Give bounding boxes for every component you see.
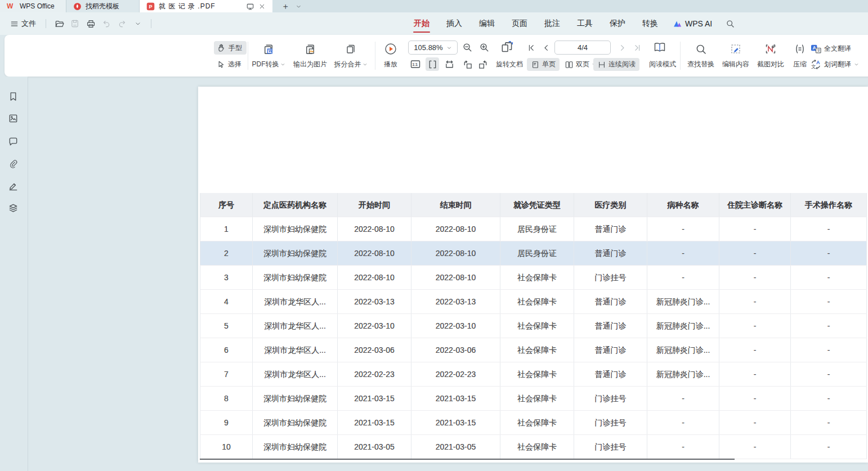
full-translate-button[interactable]: A 文 全文翻译 <box>811 42 851 55</box>
prev-page-button[interactable] <box>539 41 553 55</box>
file-menu-button[interactable]: 文件 <box>7 17 39 30</box>
two-page-icon <box>565 60 574 69</box>
svg-text:文: 文 <box>811 64 816 69</box>
find-replace-label: 查找替换 <box>687 60 714 69</box>
tab-bar: W WPS Office 找稻壳模板 P 就 医 记 录 .PDF <box>0 0 868 12</box>
tab-wps-home[interactable]: W WPS Office <box>0 0 66 12</box>
menu-item-4[interactable]: 页面 <box>511 16 529 31</box>
compress-button[interactable]: 压缩 <box>787 40 813 71</box>
find-replace-button[interactable]: 查找替换 <box>682 40 719 71</box>
menu-item-1[interactable]: 开始 <box>413 16 431 31</box>
table-cell: 2022-03-10 <box>411 314 500 338</box>
menu-item-8[interactable]: 转换 <box>641 16 659 31</box>
rotate-doc-button[interactable]: 旋转文档 <box>492 58 527 71</box>
table-row: 10深圳市妇幼保健院2021-03-052021-03-05社会保障卡门诊挂号-… <box>200 435 867 459</box>
pdf-convert-label: PDF转换 <box>252 60 279 69</box>
table-header-cell: 结束时间 <box>411 193 500 217</box>
menu-item-2[interactable]: 插入 <box>445 16 463 31</box>
table-cell: - <box>791 338 867 362</box>
split-merge-icon <box>344 43 357 55</box>
signature-pen-icon <box>8 181 19 191</box>
open-file-button[interactable] <box>52 17 66 30</box>
zoom-out-button[interactable] <box>460 41 474 54</box>
tab-document-pdf[interactable]: P 就 医 记 录 .PDF <box>140 0 272 12</box>
fit-page-button[interactable] <box>426 57 439 71</box>
word-translate-button[interactable]: 文 A 划词翻译 <box>811 57 859 71</box>
continuous-read-button[interactable]: 连续阅读 <box>593 58 639 71</box>
single-page-button[interactable]: 单页 <box>527 58 560 71</box>
edit-content-button[interactable]: 编辑内容 <box>717 40 754 71</box>
fit-width-button[interactable] <box>442 57 456 71</box>
hand-tool-button[interactable]: 手型 <box>214 41 247 55</box>
toolbar-panel: 手型 选择 W PDF转换 <box>5 35 868 77</box>
split-merge-button[interactable]: 拆分合并 <box>331 40 370 71</box>
screenshot-compare-icon <box>764 43 777 55</box>
pdf-convert-button[interactable]: W PDF转换 <box>248 40 289 71</box>
table-cell: 深圳市妇幼保健院 <box>253 387 338 410</box>
comments-panel-button[interactable] <box>7 135 19 147</box>
attachments-panel-button[interactable] <box>7 157 19 169</box>
tab-docer-templates[interactable]: 找稻壳模板 <box>66 0 140 12</box>
table-cell: 2022-02-23 <box>338 362 411 386</box>
table-body: 1深圳市妇幼保健院2022-08-102022-08-10居民身份证普通门诊--… <box>200 217 867 459</box>
menu-item-7[interactable]: 保护 <box>609 16 627 31</box>
undo-button[interactable] <box>100 17 113 30</box>
play-button[interactable]: 播放 <box>376 40 405 71</box>
separator <box>46 19 46 28</box>
rotate-right-button[interactable] <box>476 57 490 71</box>
tab-list-chevron-icon[interactable] <box>293 0 304 12</box>
select-tool-button[interactable]: 选择 <box>214 57 246 71</box>
print-button[interactable] <box>84 17 97 30</box>
thumbnails-panel-button[interactable] <box>7 112 19 124</box>
close-tab-icon[interactable] <box>258 3 266 10</box>
table-cell: 社会保障卡 <box>500 290 574 313</box>
swap-pages-button[interactable] <box>499 39 516 55</box>
quickbar-chevron-icon[interactable] <box>131 17 145 30</box>
table-header-cell: 序号 <box>200 193 253 217</box>
next-page-button[interactable] <box>616 41 629 55</box>
bookmark-icon <box>8 91 19 102</box>
printer-icon <box>86 19 96 29</box>
signature-panel-button[interactable] <box>7 180 19 192</box>
export-image-button[interactable]: 输出为图片 <box>289 40 331 71</box>
menu-search-icon[interactable] <box>726 19 735 29</box>
table-cell: - <box>719 217 791 241</box>
menu-item-5[interactable]: 批注 <box>543 16 561 31</box>
table-row: 3深圳市妇幼保健院2022-08-102022-08-10社会保障卡门诊挂号--… <box>200 266 867 290</box>
present-monitor-icon[interactable] <box>246 2 254 11</box>
single-page-icon <box>531 60 540 69</box>
pdf-page[interactable]: 序号定点医药机构名称开始时间结束时间就诊凭证类型医疗类别病种名称住院主诊断名称手… <box>198 87 868 463</box>
page-number-input[interactable]: 4/4 <box>554 41 611 55</box>
actual-size-button[interactable]: 1:1 <box>409 57 422 71</box>
last-page-button[interactable] <box>630 41 644 55</box>
rotate-left-icon <box>462 59 473 70</box>
table-cell: - <box>719 241 791 265</box>
table-cell: - <box>647 266 719 289</box>
first-page-button[interactable] <box>525 41 538 55</box>
read-mode-button[interactable]: 阅读模式 <box>645 58 680 71</box>
bookmarks-panel-button[interactable] <box>7 90 19 102</box>
redo-button[interactable] <box>115 17 129 30</box>
table-row: 7深圳市龙华区人...2022-02-232022-02-23社会保障卡普通门诊… <box>200 362 867 387</box>
zoom-level-select[interactable]: 105.88% <box>408 41 458 55</box>
rotate-left-button[interactable] <box>460 57 474 71</box>
read-mode-button-icon[interactable] <box>652 39 668 55</box>
wps-ai-label: WPS AI <box>685 19 712 28</box>
table-cell: 深圳市龙华区人... <box>253 314 338 338</box>
menu-item-3[interactable]: 编辑 <box>478 16 496 31</box>
edit-content-icon <box>730 43 742 55</box>
screenshot-compare-button[interactable]: 截图对比 <box>752 40 789 71</box>
next-page-icon <box>618 43 627 52</box>
table-cell: 普通门诊 <box>574 338 647 362</box>
save-icon <box>70 19 79 28</box>
save-button[interactable] <box>68 17 82 30</box>
table-header-cell: 定点医药机构名称 <box>253 193 338 217</box>
zoom-in-button[interactable] <box>477 41 491 54</box>
menu-item-6[interactable]: 工具 <box>576 16 594 31</box>
tab-label: WPS Office <box>20 2 55 10</box>
table-cell: 普通门诊 <box>574 314 647 338</box>
table-header-cell: 病种名称 <box>647 193 719 217</box>
new-tab-button[interactable]: ＋ <box>278 0 293 12</box>
layers-panel-button[interactable] <box>7 201 19 214</box>
wps-ai-button[interactable]: WPS AI <box>673 19 712 29</box>
